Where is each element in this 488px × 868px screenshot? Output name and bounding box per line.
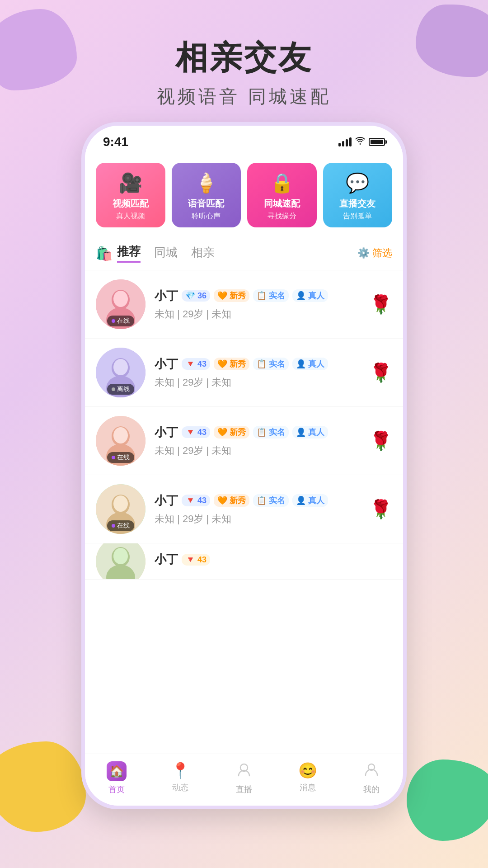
offline-dot xyxy=(112,387,115,391)
badge-diamond: 🔻 43 xyxy=(182,426,210,438)
badge-diamond: 🔻 43 xyxy=(182,358,210,370)
user-name-row: 小丁 🔻 43 xyxy=(155,552,392,567)
notch xyxy=(199,126,289,142)
feature-card-live[interactable]: 💬 直播交友 告别孤单 xyxy=(323,163,393,227)
nav-item-live[interactable]: 直播 xyxy=(212,761,276,795)
svg-point-7 xyxy=(113,359,128,375)
tabs-icon: 🛍️ xyxy=(96,245,113,261)
user-name: 小丁 xyxy=(155,493,178,509)
voice-card-icon: 🍦 xyxy=(176,172,237,194)
phone-frame: 9:41 xyxy=(81,122,407,809)
nav-label-mine: 我的 xyxy=(363,784,380,795)
live-card-title: 直播交友 xyxy=(328,198,388,210)
video-card-sub: 真人视频 xyxy=(100,212,161,221)
rose-icon[interactable]: 🌹 xyxy=(370,499,392,520)
badge-newbie: 🧡 新秀 xyxy=(214,358,249,370)
nav-label-dynamic: 动态 xyxy=(172,782,188,793)
list-item[interactable]: 小丁 🔻 43 xyxy=(85,543,403,580)
badge-realname: 📋 实名 xyxy=(253,494,289,507)
live-icon xyxy=(236,761,252,781)
badge-newbie: 🧡 新秀 xyxy=(214,426,249,439)
nav-item-message[interactable]: 😊 消息 xyxy=(276,761,339,795)
badge-realname: 📋 实名 xyxy=(253,289,289,302)
list-item[interactable]: 在线 小丁 💎 36 🧡 新秀 📋 实名 👤 真人 未知 | 29岁 | 未知 … xyxy=(85,270,403,339)
badge-real: 👤 真人 xyxy=(292,289,328,302)
user-meta: 未知 | 29岁 | 未知 xyxy=(155,307,392,321)
rose-icon[interactable]: 🌹 xyxy=(370,430,392,452)
rose-icon[interactable]: 🌹 xyxy=(370,294,392,315)
filter-button[interactable]: ⚙️ 筛选 xyxy=(357,246,392,260)
svg-point-15 xyxy=(113,495,128,512)
nav-item-home[interactable]: 🏠 首页 xyxy=(85,761,149,795)
tab-recommend[interactable]: 推荐 xyxy=(117,244,141,263)
video-card-title: 视频匹配 xyxy=(100,198,161,210)
feature-cards: 🎥 视频匹配 真人视频 🍦 语音匹配 聆听心声 🔒 同城速配 寻找缘分 💬 直播… xyxy=(85,154,403,236)
user-info: 小丁 🔻 43 🧡 新秀 📋 实名 👤 真人 未知 | 29岁 | 未知 xyxy=(155,425,392,458)
avatar xyxy=(96,543,145,580)
city-card-title: 同城速配 xyxy=(252,198,312,210)
online-label: 在线 xyxy=(117,317,130,325)
voice-card-sub: 聆听心声 xyxy=(176,212,237,221)
online-badge: 在线 xyxy=(107,316,134,326)
battery-icon xyxy=(369,138,385,146)
user-info: 小丁 🔻 43 xyxy=(155,552,392,571)
user-name: 小丁 xyxy=(155,425,178,440)
bottom-nav: 🏠 首页 📍 动态 直播 😊 消息 xyxy=(85,754,403,806)
user-name-row: 小丁 🔻 43 🧡 新秀 📋 实名 👤 真人 xyxy=(155,425,392,440)
online-label: 离线 xyxy=(117,385,130,393)
list-item[interactable]: 在线 小丁 🔻 43 🧡 新秀 📋 实名 👤 真人 未知 | 29岁 | 未知 … xyxy=(85,475,403,543)
video-card-icon: 🎥 xyxy=(100,172,161,194)
wifi-icon xyxy=(355,136,365,148)
badge-realname: 📋 实名 xyxy=(253,426,289,439)
nav-label-message: 消息 xyxy=(300,782,316,793)
svg-point-3 xyxy=(113,291,128,307)
tab-matchmaking[interactable]: 相亲 xyxy=(191,245,215,262)
badge-newbie: 🧡 新秀 xyxy=(214,289,249,302)
list-item[interactable]: 在线 小丁 🔻 43 🧡 新秀 📋 实名 👤 真人 未知 | 29岁 | 未知 … xyxy=(85,407,403,475)
live-card-icon: 💬 xyxy=(328,172,388,194)
filter-label: 筛选 xyxy=(372,246,392,260)
badge-diamond: 🔻 43 xyxy=(182,495,210,506)
blob-bottom-right xyxy=(407,760,488,841)
badge-real: 👤 真人 xyxy=(292,358,328,370)
online-dot xyxy=(112,319,115,323)
avatar-wrap: 在线 xyxy=(96,484,145,534)
user-name: 小丁 xyxy=(155,288,178,304)
nav-item-mine[interactable]: 我的 xyxy=(339,761,403,795)
city-card-sub: 寻找缘分 xyxy=(252,212,312,221)
badge-newbie: 🧡 新秀 xyxy=(214,494,249,507)
home-icon: 🏠 xyxy=(107,761,127,781)
feature-card-city[interactable]: 🔒 同城速配 寻找缘分 xyxy=(247,163,317,227)
status-time: 9:41 xyxy=(103,135,128,149)
dynamic-icon: 📍 xyxy=(171,761,190,779)
filter-icon: ⚙️ xyxy=(357,247,370,259)
tab-city[interactable]: 同城 xyxy=(154,245,178,262)
nav-item-dynamic[interactable]: 📍 动态 xyxy=(149,761,212,795)
user-name: 小丁 xyxy=(155,552,178,567)
online-label: 在线 xyxy=(117,453,130,462)
online-dot xyxy=(112,456,115,459)
badge-realname: 📋 实名 xyxy=(253,358,289,370)
signal-icon xyxy=(338,137,352,146)
page-subtitle: 视频语音 同城速配 xyxy=(0,84,488,109)
avatar-wrap: 离线 xyxy=(96,348,145,397)
rose-icon[interactable]: 🌹 xyxy=(370,362,392,383)
avatar-wrap xyxy=(96,543,145,580)
user-list: 在线 小丁 💎 36 🧡 新秀 📋 实名 👤 真人 未知 | 29岁 | 未知 … xyxy=(85,270,403,756)
online-label: 在线 xyxy=(117,522,130,530)
user-meta: 未知 | 29岁 | 未知 xyxy=(155,512,392,526)
user-name: 小丁 xyxy=(155,356,178,372)
svg-point-11 xyxy=(113,427,128,443)
svg-point-19 xyxy=(113,548,128,564)
user-info: 小丁 💎 36 🧡 新秀 📋 实名 👤 真人 未知 | 29岁 | 未知 xyxy=(155,288,392,321)
online-badge: 离线 xyxy=(107,384,134,395)
feature-card-video[interactable]: 🎥 视频匹配 真人视频 xyxy=(96,163,165,227)
phone-inner: 9:41 xyxy=(85,126,403,806)
online-badge: 在线 xyxy=(107,520,134,531)
list-item[interactable]: 离线 小丁 🔻 43 🧡 新秀 📋 实名 👤 真人 未知 | 29岁 | 未知 … xyxy=(85,339,403,407)
badge-diamond: 🔻 43 xyxy=(182,554,210,566)
feature-card-voice[interactable]: 🍦 语音匹配 聆听心声 xyxy=(172,163,241,227)
status-icons xyxy=(338,136,385,148)
user-info: 小丁 🔻 43 🧡 新秀 📋 实名 👤 真人 未知 | 29岁 | 未知 xyxy=(155,356,392,389)
user-meta: 未知 | 29岁 | 未知 xyxy=(155,376,392,389)
